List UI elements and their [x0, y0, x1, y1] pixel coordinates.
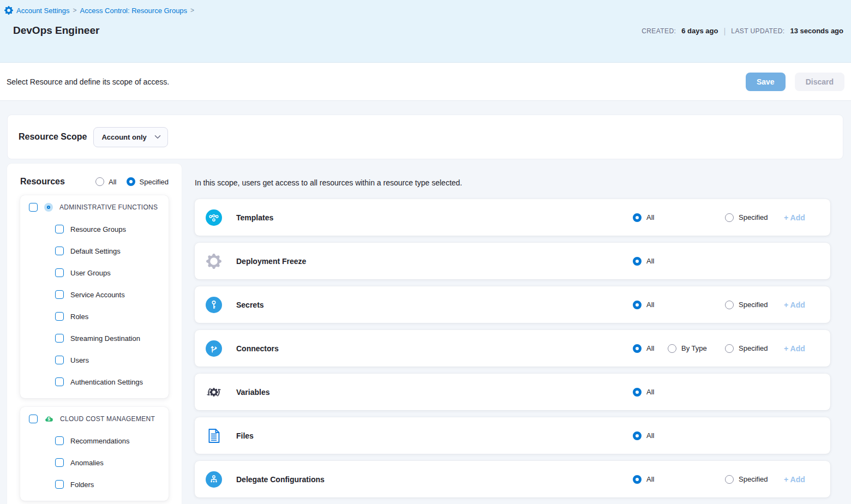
- connectors-radio-by-type[interactable]: By Type: [668, 344, 707, 353]
- item-checkbox[interactable]: [55, 334, 64, 343]
- sidebar-item-authentication-settings[interactable]: Authentication Settings: [20, 371, 169, 393]
- resource-row-secrets: Secrets All Specified + Add: [195, 286, 830, 323]
- group-cloud-cost-management[interactable]: $ CLOUD COST MANAGEMENT: [20, 411, 169, 427]
- item-checkbox[interactable]: [55, 312, 64, 321]
- connectors-icon: [208, 343, 220, 355]
- resource-name: Delegate Configurations: [236, 475, 325, 484]
- toolbar-description: Select Resource and define its scope of …: [7, 77, 169, 86]
- item-checkbox[interactable]: [55, 225, 64, 233]
- breadcrumb-separator: >: [73, 7, 77, 14]
- created-value: 6 days ago: [681, 27, 718, 35]
- resource-group-card: ADMINISTRATIVE FUNCTIONS Resource Groups…: [20, 195, 169, 398]
- sidebar-item-roles[interactable]: Roles: [20, 305, 169, 327]
- radio-icon: [725, 475, 734, 484]
- save-button[interactable]: Save: [746, 73, 786, 91]
- resource-name: Deployment Freeze: [236, 257, 306, 266]
- item-label: Recommendations: [70, 437, 129, 445]
- group-checkbox[interactable]: [29, 203, 38, 212]
- templates-radio-all[interactable]: All: [633, 213, 654, 222]
- group-checkbox[interactable]: [29, 415, 38, 423]
- resource-scope-dropdown[interactable]: Account only: [93, 127, 167, 147]
- deployment-freeze-radio-all[interactable]: All: [633, 257, 654, 266]
- item-checkbox[interactable]: [55, 377, 64, 386]
- item-label: Service Accounts: [70, 291, 125, 299]
- scope-note: In this scope, users get access to all r…: [195, 178, 830, 187]
- page-header: Account Settings > Access Control: Resou…: [0, 0, 851, 63]
- delegate-configurations-radio-all[interactable]: All: [633, 475, 654, 484]
- delegate-configurations-add-button[interactable]: + Add: [784, 475, 805, 484]
- secrets-radio-all[interactable]: All: [633, 301, 654, 309]
- breadcrumb-link-resource-groups[interactable]: Access Control: Resource Groups: [80, 7, 188, 15]
- resource-scope-selected: Account only: [101, 133, 146, 141]
- meta-info: CREATED: 6 days ago | LAST UPDATED: 13 s…: [642, 26, 843, 37]
- resource-name: Variables: [236, 388, 270, 397]
- radio-all-label: All: [109, 178, 116, 186]
- group-title: CLOUD COST MANAGEMENT: [60, 415, 155, 423]
- resource-row-delegate-configurations: Delegate Configurations All Specified + …: [195, 461, 830, 497]
- delegate-configurations-icon: [208, 473, 220, 485]
- item-checkbox[interactable]: [55, 356, 64, 364]
- radio-icon: [633, 431, 642, 440]
- item-label: Roles: [70, 313, 88, 321]
- page-title: DevOps Engineer: [13, 25, 99, 37]
- resources-title: Resources: [20, 177, 65, 187]
- discard-button[interactable]: Discard: [795, 73, 844, 91]
- resource-row-connectors: Connectors All By Type Specified + Add: [195, 330, 830, 367]
- files-radio-all[interactable]: All: [633, 431, 654, 440]
- item-label: Resource Groups: [70, 225, 126, 233]
- templates-icon: [208, 212, 220, 224]
- templates-radio-specified[interactable]: Specified: [725, 213, 768, 222]
- connectors-radio-all[interactable]: All: [633, 344, 654, 353]
- sidebar-item-resource-groups[interactable]: Resource Groups: [20, 218, 169, 240]
- radio-icon: [95, 177, 104, 186]
- item-checkbox[interactable]: [55, 480, 64, 489]
- resource-group-card: $ CLOUD COST MANAGEMENT Recommendations …: [20, 407, 169, 501]
- item-label: Default Settings: [70, 247, 121, 255]
- connectors-add-button[interactable]: + Add: [784, 344, 805, 353]
- templates-add-button[interactable]: + Add: [784, 213, 805, 222]
- option-label: All: [646, 257, 654, 265]
- resources-radio-all[interactable]: All: [95, 177, 116, 186]
- item-checkbox[interactable]: [55, 247, 64, 255]
- item-checkbox[interactable]: [55, 458, 64, 467]
- radio-icon: [725, 301, 734, 309]
- sidebar-item-recommendations[interactable]: Recommendations: [20, 430, 169, 452]
- option-label: All: [646, 344, 654, 352]
- radio-specified-label: Specified: [140, 178, 169, 186]
- radio-icon: [127, 177, 135, 186]
- item-checkbox[interactable]: [55, 268, 64, 277]
- resource-name: Templates: [236, 213, 273, 222]
- group-administrative-functions[interactable]: ADMINISTRATIVE FUNCTIONS: [20, 200, 169, 215]
- item-checkbox[interactable]: [55, 436, 64, 445]
- item-checkbox[interactable]: [55, 290, 64, 299]
- radio-icon: [633, 257, 642, 266]
- files-icon: [207, 428, 220, 443]
- sidebar-item-service-accounts[interactable]: Service Accounts: [20, 284, 169, 305]
- resource-row-variables: Variables All: [195, 374, 830, 410]
- option-label: All: [646, 431, 654, 440]
- option-label: All: [646, 301, 654, 309]
- sidebar-item-streaming-destination[interactable]: Streaming Destination: [20, 327, 169, 349]
- secrets-add-button[interactable]: + Add: [784, 301, 805, 309]
- connectors-radio-specified[interactable]: Specified: [725, 344, 768, 353]
- item-label: Anomalies: [70, 459, 104, 467]
- sidebar-item-folders[interactable]: Folders: [20, 473, 169, 495]
- variables-radio-all[interactable]: All: [633, 388, 654, 397]
- sidebar-item-users[interactable]: Users: [20, 349, 169, 371]
- option-label: By Type: [681, 344, 707, 352]
- resource-row-deployment-freeze: Deployment Freeze All: [195, 243, 830, 279]
- sidebar-item-default-settings[interactable]: Default Settings: [20, 240, 169, 262]
- item-label: Users: [70, 356, 89, 364]
- resources-radio-specified[interactable]: Specified: [127, 177, 169, 186]
- content-area: Resource Scope Account only Resources Al…: [0, 101, 851, 504]
- secrets-radio-specified[interactable]: Specified: [725, 301, 768, 309]
- item-label: Folders: [70, 481, 94, 489]
- chevron-down-icon: [154, 135, 161, 139]
- sidebar-item-anomalies[interactable]: Anomalies: [20, 452, 169, 473]
- breadcrumb-link-account-settings[interactable]: Account Settings: [16, 7, 70, 15]
- breadcrumb-separator: >: [190, 7, 194, 14]
- resource-types-main: In this scope, users get access to all r…: [195, 164, 830, 504]
- delegate-configurations-radio-specified[interactable]: Specified: [725, 475, 768, 484]
- sidebar-item-user-groups[interactable]: User Groups: [20, 262, 169, 284]
- radio-icon: [725, 344, 734, 353]
